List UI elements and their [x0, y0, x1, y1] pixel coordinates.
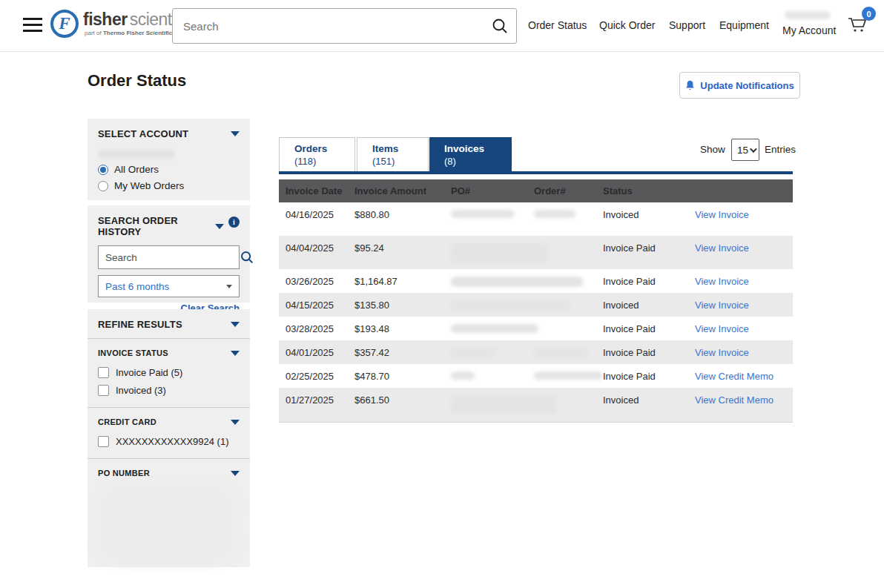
invoice-amount-cell: $193.48 — [354, 317, 451, 334]
date-range-select[interactable]: Past 6 months — [98, 275, 240, 297]
view-invoice-link[interactable]: View Invoice — [695, 323, 749, 334]
credit-card-title: CREDIT CARD — [98, 417, 156, 426]
cart-count-badge: 0 — [862, 7, 876, 21]
cart-button[interactable]: 0 — [846, 13, 871, 38]
refine-results-collapse-chevron-icon[interactable] — [231, 322, 240, 327]
update-notifications-button[interactable]: Update Notifications — [679, 72, 800, 99]
nav-support[interactable]: Support — [669, 19, 705, 31]
invoice-date-cell: 03/26/2025 — [279, 269, 354, 287]
invoice-date-cell: 02/25/2025 — [279, 364, 354, 382]
po-number-redacted — [451, 348, 495, 357]
invoice-status-cell: Invoiced — [603, 388, 695, 406]
view-invoice-link[interactable]: View Invoice — [695, 242, 749, 254]
invoice-action-cell: View Invoice — [695, 269, 786, 287]
po-number-cell — [451, 364, 534, 371]
order-number-cell — [534, 317, 603, 323]
invoice-row: 04/15/2025$135.80InvoicedView Invoice — [279, 293, 793, 317]
po-number-cell — [451, 202, 534, 209]
global-search-input[interactable] — [173, 20, 484, 33]
hamburger-menu-icon[interactable] — [23, 18, 42, 33]
invoice-row: 04/04/2025$95.24Invoice PaidView Invoice — [279, 236, 793, 269]
invoice-action-cell: View Credit Memo — [695, 388, 786, 406]
logo-brand-bold: fisher — [83, 10, 128, 29]
po-number-redacted — [451, 243, 549, 262]
select-account-collapse-chevron-icon[interactable] — [231, 131, 240, 136]
search-history-collapse-chevron-icon[interactable] — [215, 224, 224, 229]
entries-label: Entries — [765, 144, 796, 155]
invoice-action-cell: View Invoice — [695, 340, 786, 358]
column-header: Order# — [534, 185, 603, 196]
order-number-cell — [534, 269, 603, 276]
order-number-cell — [534, 293, 603, 300]
nav-order-status[interactable]: Order Status — [528, 19, 587, 31]
checkbox-icon — [98, 436, 109, 447]
account-number-redacted — [98, 150, 175, 159]
invoice-row: 02/25/2025$478.70Invoice PaidView Credit… — [279, 364, 793, 388]
filter-invoice-paid[interactable]: Invoice Paid (5) — [98, 367, 240, 378]
order-history-search-button[interactable] — [240, 250, 254, 265]
radio-unselected-icon — [98, 181, 108, 191]
select-account-title: SELECT ACCOUNT — [98, 128, 188, 139]
nav-quick-order[interactable]: Quick Order — [599, 19, 655, 31]
order-number-cell — [534, 364, 603, 371]
po-number-redacted — [451, 210, 515, 218]
po-number-redacted — [451, 324, 538, 333]
po-number-cell — [451, 340, 534, 347]
radio-all-orders[interactable]: All Orders — [98, 164, 240, 175]
invoice-amount-cell: $357.42 — [354, 340, 451, 358]
order-number-cell — [534, 236, 603, 242]
po-number-collapse-chevron-icon[interactable] — [231, 471, 240, 476]
credit-card-section: CREDIT CARD XXXXXXXXXXXX9924 (1) — [88, 408, 250, 458]
view-invoice-link[interactable]: View Invoice — [695, 209, 749, 220]
invoice-amount-cell: $135.80 — [354, 293, 451, 311]
po-number-cell — [451, 269, 534, 276]
fisher-scientific-logo[interactable]: F fisherscientific part of Thermo Fisher… — [50, 10, 191, 38]
view-credit-memo-link[interactable]: View Credit Memo — [695, 394, 774, 406]
po-number-cell — [451, 317, 534, 323]
global-search — [172, 8, 517, 44]
top-header: F fisherscientific part of Thermo Fisher… — [0, 0, 884, 52]
tab-invoices[interactable]: Invoices (8) — [429, 137, 512, 171]
info-icon[interactable]: i — [228, 217, 240, 228]
invoice-row: 03/26/2025$1,164.87Invoice PaidView Invo… — [279, 269, 793, 293]
po-number-redacted — [451, 277, 583, 287]
credit-card-collapse-chevron-icon[interactable] — [231, 420, 240, 425]
entries-per-page-select[interactable]: 15 — [731, 139, 759, 161]
tab-items[interactable]: Items (151) — [357, 137, 429, 171]
radio-my-web-orders[interactable]: My Web Orders — [98, 180, 240, 191]
column-header: Invoice Amount — [354, 185, 451, 196]
invoice-amount-cell: $880.80 — [354, 202, 451, 220]
filter-credit-card[interactable]: XXXXXXXXXXXX9924 (1) — [98, 436, 240, 447]
view-invoice-link[interactable]: View Invoice — [695, 347, 749, 358]
po-number-cell — [451, 293, 534, 300]
view-invoice-link[interactable]: View Invoice — [695, 300, 749, 311]
invoice-amount-cell: $478.70 — [354, 364, 451, 382]
order-history-search-input[interactable] — [99, 252, 240, 263]
column-header: Invoice Date — [279, 185, 354, 196]
global-search-button[interactable] — [484, 9, 516, 43]
tab-underline — [279, 171, 793, 174]
view-credit-memo-link[interactable]: View Credit Memo — [695, 371, 774, 382]
po-number-list-redacted — [98, 485, 235, 565]
filter-invoiced[interactable]: Invoiced (3) — [98, 385, 240, 396]
chevron-down-icon — [226, 285, 232, 288]
invoices-table: Invoice DateInvoice AmountPO#Order#Statu… — [279, 179, 793, 423]
po-number-redacted — [451, 371, 475, 380]
invoice-status-collapse-chevron-icon[interactable] — [231, 351, 240, 356]
invoice-date-cell: 04/15/2025 — [279, 293, 354, 311]
invoice-status-cell: Invoice Paid — [603, 236, 695, 254]
po-number-redacted — [451, 395, 556, 414]
nav-equipment[interactable]: Equipment — [719, 19, 769, 31]
invoice-status-cell: Invoiced — [603, 202, 695, 220]
search-order-history-panel: SEARCH ORDER HISTORY i Past 6 months Cle… — [88, 205, 250, 303]
checkbox-icon — [98, 367, 109, 378]
order-number-redacted — [534, 348, 587, 357]
account-name-redacted — [785, 11, 831, 19]
checkbox-icon — [98, 385, 109, 396]
tab-orders[interactable]: Orders (118) — [279, 137, 355, 171]
nav-my-account[interactable]: My Account — [782, 24, 836, 36]
order-history-search — [98, 245, 240, 269]
view-invoice-link[interactable]: View Invoice — [695, 276, 749, 287]
order-number-cell — [534, 388, 603, 394]
order-number-cell — [534, 340, 603, 347]
